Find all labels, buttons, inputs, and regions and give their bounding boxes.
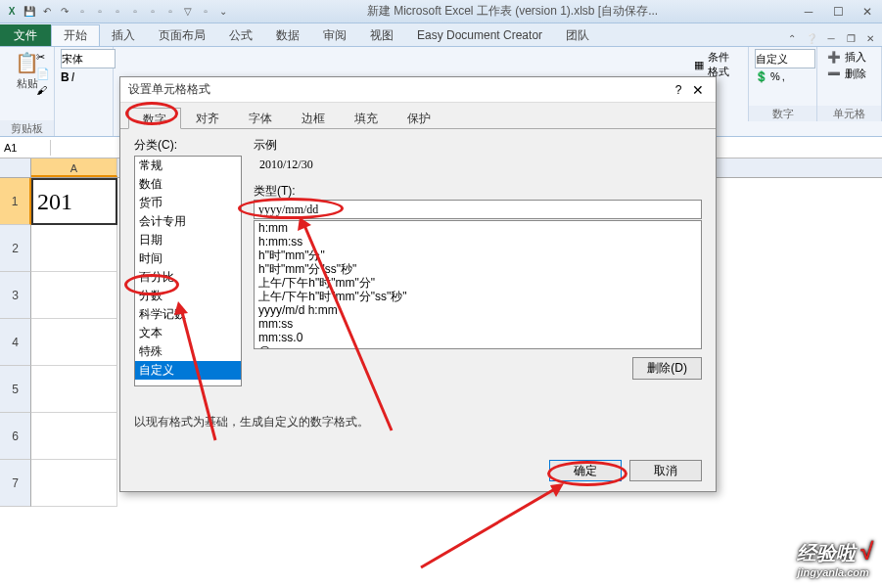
tab-view[interactable]: 视图 bbox=[358, 24, 405, 46]
cell[interactable] bbox=[31, 413, 117, 460]
category-item[interactable]: 文本 bbox=[135, 324, 241, 342]
cancel-button[interactable]: 取消 bbox=[629, 460, 702, 481]
undo-icon[interactable]: ↶ bbox=[39, 4, 55, 20]
category-item[interactable]: 常规 bbox=[135, 157, 241, 175]
tab-home[interactable]: 开始 bbox=[51, 24, 100, 46]
select-all-corner[interactable] bbox=[0, 158, 31, 177]
filter-icon[interactable]: ▽ bbox=[180, 4, 196, 20]
row-header-1[interactable]: 1 bbox=[0, 178, 31, 225]
category-item[interactable]: 日期 bbox=[135, 231, 241, 249]
close-button[interactable]: ✕ bbox=[853, 2, 882, 22]
category-list[interactable]: 常规 数值 货币 会计专用 日期 时间 百分比 分数 科学记数 文本 特殊 自定… bbox=[134, 156, 242, 386]
type-item[interactable]: mm:ss bbox=[255, 317, 701, 331]
category-item[interactable]: 分数 bbox=[135, 287, 241, 305]
category-item[interactable]: 货币 bbox=[135, 194, 241, 212]
category-item[interactable]: 百分比 bbox=[135, 268, 241, 287]
cell-a1[interactable]: 201 bbox=[31, 178, 117, 225]
dialog-tab-fill[interactable]: 填充 bbox=[340, 107, 393, 128]
type-item[interactable]: 上午/下午h"时"mm"分" bbox=[255, 276, 701, 290]
type-item[interactable]: mm:ss.0 bbox=[255, 331, 701, 344]
row-header-5[interactable]: 5 bbox=[0, 366, 31, 413]
dialog-tab-protection[interactable]: 保护 bbox=[393, 107, 445, 128]
cell[interactable] bbox=[31, 366, 117, 413]
type-item[interactable]: h:mm bbox=[255, 221, 701, 235]
qat-icon[interactable]: ▫ bbox=[145, 4, 161, 20]
category-item[interactable]: 数值 bbox=[135, 175, 241, 194]
tab-formulas[interactable]: 公式 bbox=[217, 24, 264, 46]
qat-icon[interactable]: ▫ bbox=[74, 4, 90, 20]
tab-edc[interactable]: Easy Document Creator bbox=[405, 24, 554, 46]
percent-icon[interactable]: % bbox=[770, 70, 780, 83]
qat-icon[interactable]: ▫ bbox=[127, 4, 143, 20]
row-header-6[interactable]: 6 bbox=[0, 413, 31, 460]
type-list[interactable]: h:mm h:mm:ss h"时"mm"分" h"时"mm"分"ss"秒" 上午… bbox=[254, 220, 702, 349]
type-item[interactable]: h:mm:ss bbox=[255, 235, 701, 249]
doc-restore-icon[interactable]: ❐ bbox=[843, 30, 859, 46]
type-item[interactable]: h"时"mm"分" bbox=[255, 249, 701, 262]
doc-minimize-icon[interactable]: ─ bbox=[823, 30, 839, 46]
dialog-close-button[interactable]: ✕ bbox=[688, 82, 708, 98]
number-format-select[interactable] bbox=[755, 49, 815, 68]
font-name-select[interactable] bbox=[61, 49, 116, 68]
tab-data[interactable]: 数据 bbox=[264, 24, 311, 46]
dialog-tab-border[interactable]: 边框 bbox=[287, 107, 340, 128]
cell[interactable] bbox=[31, 225, 117, 272]
bold-icon[interactable]: B bbox=[61, 70, 70, 84]
comma-icon[interactable]: , bbox=[782, 70, 785, 83]
row-header-7[interactable]: 7 bbox=[0, 460, 31, 507]
dialog-tab-alignment[interactable]: 对齐 bbox=[181, 107, 234, 128]
col-header-a[interactable]: A bbox=[31, 158, 117, 177]
file-tab[interactable]: 文件 bbox=[0, 24, 51, 46]
doc-close-icon[interactable]: ✕ bbox=[862, 30, 878, 46]
italic-icon[interactable]: I bbox=[71, 70, 74, 84]
insert-cells-button[interactable]: ➕ 插入 bbox=[823, 49, 875, 66]
ribbon-tabs: 文件 开始 插入 页面布局 公式 数据 审阅 视图 Easy Document … bbox=[0, 23, 882, 47]
type-label: 类型(T): bbox=[254, 183, 702, 200]
category-item-custom[interactable]: 自定义 bbox=[135, 361, 241, 380]
type-item[interactable]: yyyy/m/d h:mm bbox=[255, 303, 701, 317]
ok-button[interactable]: 确定 bbox=[549, 460, 622, 481]
qat-icon[interactable]: ▫ bbox=[92, 4, 108, 20]
tab-page-layout[interactable]: 页面布局 bbox=[147, 24, 217, 46]
qat-icon[interactable]: ▫ bbox=[198, 4, 213, 20]
type-input[interactable] bbox=[254, 200, 702, 219]
dialog-tab-font[interactable]: 字体 bbox=[234, 107, 287, 128]
dialog-tab-number[interactable]: 数字 bbox=[128, 108, 181, 129]
row-header-3[interactable]: 3 bbox=[0, 272, 31, 319]
delete-format-button[interactable]: 删除(D) bbox=[632, 357, 702, 380]
group-clipboard: 📋 粘贴 ✂ 📄 🖌 剪贴板 bbox=[0, 47, 55, 136]
format-painter-icon[interactable]: 🖌 bbox=[36, 84, 50, 96]
dialog-help-button[interactable]: ? bbox=[669, 83, 688, 97]
maximize-button[interactable]: ☐ bbox=[823, 2, 853, 22]
row-header-2[interactable]: 2 bbox=[0, 225, 31, 272]
group-clipboard-label: 剪贴板 bbox=[0, 120, 54, 136]
qat-icon[interactable]: ▫ bbox=[110, 4, 125, 20]
cell[interactable] bbox=[31, 319, 117, 366]
cell[interactable] bbox=[31, 460, 117, 507]
cell[interactable] bbox=[31, 272, 117, 319]
qat-dropdown-icon[interactable]: ⌄ bbox=[215, 4, 231, 20]
row-header-4[interactable]: 4 bbox=[0, 319, 31, 366]
name-box[interactable]: A1 bbox=[0, 140, 51, 156]
save-icon[interactable]: 💾 bbox=[22, 4, 37, 20]
tab-insert[interactable]: 插入 bbox=[100, 24, 147, 46]
minimize-ribbon-icon[interactable]: ⌃ bbox=[784, 30, 800, 46]
category-item[interactable]: 特殊 bbox=[135, 342, 241, 361]
group-cells: ➕ 插入 ➖ 删除 单元格 bbox=[817, 47, 882, 121]
redo-icon[interactable]: ↷ bbox=[57, 4, 72, 20]
type-item[interactable]: 上午/下午h"时"mm"分"ss"秒" bbox=[255, 290, 701, 303]
type-item[interactable]: h"时"mm"分"ss"秒" bbox=[255, 262, 701, 276]
tab-review[interactable]: 审阅 bbox=[311, 24, 358, 46]
copy-icon[interactable]: 📄 bbox=[36, 68, 50, 80]
minimize-button[interactable]: ─ bbox=[794, 2, 823, 22]
qat-icon[interactable]: ▫ bbox=[162, 4, 178, 20]
category-item[interactable]: 时间 bbox=[135, 249, 241, 268]
cut-icon[interactable]: ✂ bbox=[36, 51, 50, 64]
delete-cells-button[interactable]: ➖ 删除 bbox=[823, 66, 875, 82]
type-item[interactable]: @ bbox=[255, 344, 701, 349]
category-item[interactable]: 会计专用 bbox=[135, 212, 241, 231]
category-item[interactable]: 科学记数 bbox=[135, 305, 241, 324]
tab-team[interactable]: 团队 bbox=[554, 24, 601, 46]
help-icon[interactable]: ❔ bbox=[804, 30, 819, 46]
currency-icon[interactable]: 💲 bbox=[755, 70, 768, 83]
